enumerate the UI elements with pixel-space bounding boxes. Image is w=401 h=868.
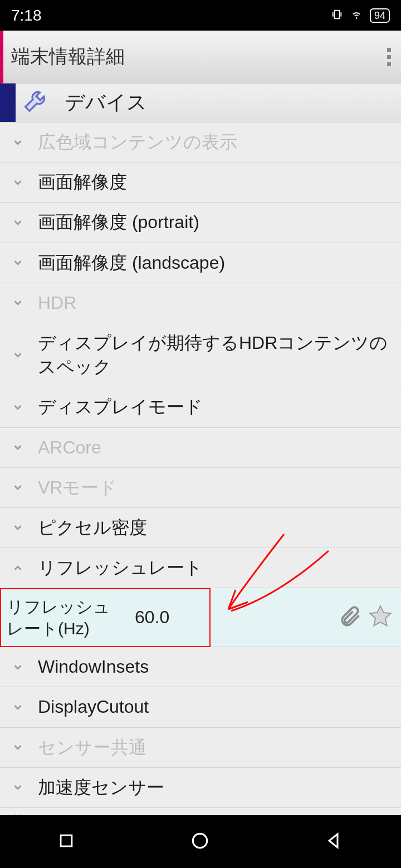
refresh-rate-detail-row[interactable]: リフレッシュレート(Hz) 60.0 bbox=[0, 588, 401, 647]
list-item[interactable]: 画面解像度 (portrait) bbox=[0, 203, 401, 243]
wifi-icon bbox=[350, 7, 363, 24]
list-item[interactable]: VRモード bbox=[0, 468, 401, 508]
chevron-down-icon bbox=[10, 401, 26, 413]
detail-label: リフレッシュレート(Hz) bbox=[7, 596, 124, 639]
list-item[interactable]: DisplayCutout bbox=[0, 687, 401, 727]
list-item-label: 加速度センサー bbox=[38, 776, 391, 800]
chevron-down-icon bbox=[10, 349, 26, 361]
content-area: デバイス 広色域コンテンツの表示画面解像度画面解像度 (portrait)画面解… bbox=[0, 83, 401, 815]
list-item[interactable]: ディスプレイが期待するHDRコンテンツのスペック bbox=[0, 323, 401, 387]
chevron-down-icon bbox=[10, 216, 26, 229]
refresh-rate-detail-box: リフレッシュレート(Hz) 60.0 bbox=[0, 588, 211, 647]
list-item-label: 画面解像度 (landscape) bbox=[38, 251, 391, 275]
chevron-down-icon bbox=[10, 741, 26, 753]
chevron-down-icon bbox=[10, 441, 26, 453]
list-item-label: WindowInsets bbox=[38, 655, 391, 679]
status-bar: 7:18 94 bbox=[0, 0, 401, 31]
app-bar: 端末情報詳細 bbox=[0, 31, 401, 83]
list-item[interactable]: ピクセル密度 bbox=[0, 508, 401, 548]
list-item[interactable]: ARCore bbox=[0, 428, 401, 468]
chevron-down-icon bbox=[10, 521, 26, 534]
chevron-down-icon bbox=[10, 781, 26, 793]
list-item[interactable]: HDR bbox=[0, 283, 401, 323]
vibrate-icon bbox=[331, 7, 343, 24]
list-item-label: DisplayCutout bbox=[38, 695, 391, 719]
list-item-label: ディスプレイモード bbox=[38, 395, 391, 419]
list-item[interactable]: センサー共通 bbox=[0, 728, 401, 768]
list-item-label: HDR bbox=[38, 291, 391, 315]
chevron-down-icon bbox=[10, 257, 26, 269]
list-item-label: ARCore bbox=[38, 436, 391, 460]
svg-rect-0 bbox=[334, 10, 339, 18]
section-title: デバイス bbox=[65, 89, 147, 116]
section-accent bbox=[0, 83, 16, 122]
battery-indicator: 94 bbox=[370, 8, 390, 23]
chevron-down-icon bbox=[10, 661, 26, 673]
recent-apps-button[interactable] bbox=[57, 831, 76, 852]
app-title: 端末情報詳細 bbox=[11, 44, 125, 70]
list-item[interactable]: 加速度センサー bbox=[0, 768, 401, 808]
list-item[interactable]: WindowInsets bbox=[0, 647, 401, 687]
chevron-down-icon bbox=[10, 136, 26, 149]
star-icon[interactable] bbox=[368, 604, 393, 632]
list-item[interactable] bbox=[0, 808, 401, 815]
list-item[interactable]: リフレッシュレート bbox=[0, 548, 401, 588]
svg-point-2 bbox=[193, 834, 207, 847]
status-right: 94 bbox=[331, 7, 390, 24]
list-item-label: 画面解像度 (portrait) bbox=[38, 210, 391, 234]
list-item-label: リフレッシュレート bbox=[38, 556, 391, 580]
chevron-down-icon bbox=[10, 701, 26, 713]
list-item-label: 画面解像度 bbox=[38, 170, 391, 194]
navigation-bar bbox=[0, 815, 401, 868]
chevron-up-icon bbox=[10, 562, 26, 574]
list-item-label: ディスプレイが期待するHDRコンテンツのスペック bbox=[38, 331, 391, 379]
list-item-label: センサー共通 bbox=[38, 736, 391, 760]
home-button[interactable] bbox=[189, 830, 211, 854]
svg-rect-1 bbox=[61, 835, 72, 846]
list-item[interactable]: 画面解像度 (landscape) bbox=[0, 243, 401, 283]
list-item[interactable]: 広色域コンテンツの表示 bbox=[0, 122, 401, 162]
chevron-down-icon bbox=[10, 176, 26, 189]
list-item[interactable]: 画面解像度 bbox=[0, 162, 401, 203]
list-item-label: VRモード bbox=[38, 476, 391, 500]
section-device-header[interactable]: デバイス bbox=[0, 83, 401, 122]
list-item-label: 広色域コンテンツの表示 bbox=[38, 130, 391, 154]
overflow-menu-button[interactable] bbox=[387, 48, 391, 66]
list-item-label: ピクセル密度 bbox=[38, 516, 391, 540]
chevron-down-icon bbox=[10, 481, 26, 494]
detail-row-actions bbox=[338, 604, 393, 632]
detail-value: 60.0 bbox=[135, 607, 169, 628]
paperclip-icon[interactable] bbox=[338, 604, 362, 631]
wrench-icon bbox=[20, 84, 52, 121]
chevron-down-icon bbox=[10, 810, 26, 815]
chevron-down-icon bbox=[10, 297, 26, 309]
back-button[interactable] bbox=[324, 831, 344, 853]
status-time: 7:18 bbox=[11, 7, 42, 24]
list-item[interactable]: ディスプレイモード bbox=[0, 387, 401, 427]
